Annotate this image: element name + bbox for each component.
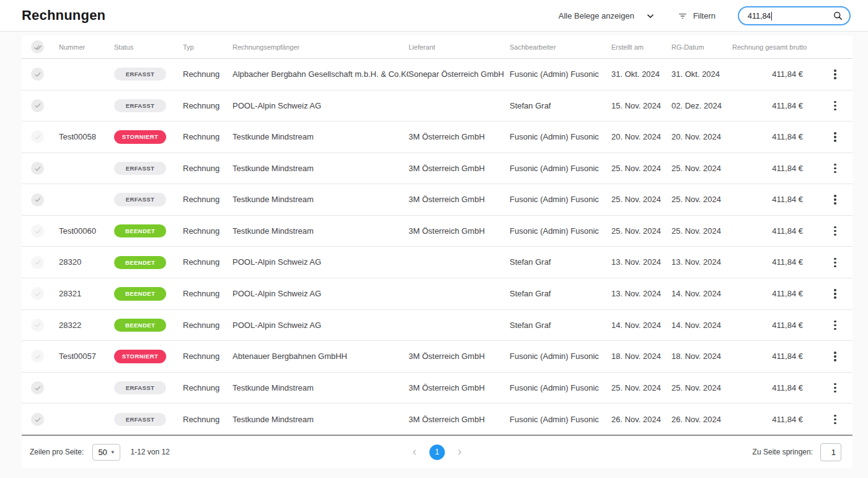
select-all-checkbox[interactable] <box>31 40 44 53</box>
cell-status: ERFASST <box>114 99 183 112</box>
check-icon <box>34 196 42 203</box>
kebab-vertical-icon <box>829 67 841 82</box>
cell-typ: Rechnung <box>183 352 232 361</box>
table-row: Test00057 STORNIERT Rechnung Abtenauer B… <box>22 341 852 373</box>
check-icon <box>34 228 42 235</box>
cell-brutto: 411,84 € <box>732 289 818 299</box>
pagination: 1 <box>410 445 465 460</box>
row-menu-button[interactable] <box>829 255 841 270</box>
check-icon <box>34 321 42 329</box>
cell-sachbearbeiter: Stefan Graf <box>510 289 611 299</box>
table-row: Test00060 BEENDET Rechnung Testkunde Min… <box>22 216 852 247</box>
row-checkbox <box>31 350 44 363</box>
cell-rechnungsempfaenger: Alpbacher Bergbahn Gesellschaft m.b.H. &… <box>232 69 409 79</box>
kebab-vertical-icon <box>829 286 841 301</box>
cell-brutto: 411,84 € <box>732 132 818 142</box>
search-input-value: 411,84 <box>748 12 771 20</box>
cell-brutto: 411,84 € <box>732 321 818 330</box>
column-header-status: Status <box>114 43 183 51</box>
row-checkbox <box>31 256 44 269</box>
cell-sachbearbeiter: Fusonic (Admin) Fusonic <box>510 195 611 205</box>
search-input[interactable]: 411,84 <box>738 6 851 25</box>
cell-brutto: 411,84 € <box>732 101 818 111</box>
row-menu-button[interactable] <box>829 130 841 144</box>
cell-status: BEENDET <box>114 256 183 269</box>
row-menu-button[interactable] <box>829 161 841 176</box>
table-row: ERFASST Rechnung Alpbacher Bergbahn Gese… <box>22 59 852 91</box>
cell-rg-datum: 25. Nov. 2024 <box>671 164 732 174</box>
cell-brutto: 411,84 € <box>732 352 818 361</box>
check-icon <box>34 353 42 360</box>
cell-typ: Rechnung <box>183 101 232 111</box>
kebab-vertical-icon <box>829 192 841 207</box>
kebab-vertical-icon <box>829 224 841 239</box>
cell-rg-datum: 31. Okt. 2024 <box>671 69 732 79</box>
cell-nummer: Test00057 <box>59 352 114 361</box>
cell-erstellt-am: 14. Nov. 2024 <box>611 321 671 330</box>
status-badge: STORNIERT <box>114 350 166 363</box>
row-menu-button[interactable] <box>829 412 841 427</box>
chevron-down-icon <box>645 11 655 21</box>
kebab-vertical-icon <box>829 130 841 144</box>
cell-brutto: 411,84 € <box>732 257 818 267</box>
cell-brutto: 411,84 € <box>732 69 818 79</box>
cell-erstellt-am: 25. Nov. 2024 <box>611 226 671 236</box>
cell-rg-datum: 14. Nov. 2024 <box>671 321 732 330</box>
page-button-1[interactable]: 1 <box>430 445 445 460</box>
row-checkbox <box>31 319 44 332</box>
cell-erstellt-am: 25. Nov. 2024 <box>611 164 671 174</box>
column-header-erstellt-am: Erstellt am <box>611 43 671 51</box>
row-menu-button[interactable] <box>829 349 841 364</box>
cell-typ: Rechnung <box>183 164 232 174</box>
previous-page-button[interactable] <box>410 447 420 458</box>
jump-to-page-input[interactable] <box>820 443 841 461</box>
cell-nummer: Test00060 <box>59 226 114 236</box>
check-icon <box>34 259 42 266</box>
row-menu-button[interactable] <box>829 318 841 333</box>
cell-lieferant: 3M Österreich GmbH <box>409 415 510 425</box>
cell-rg-datum: 13. Nov. 2024 <box>671 257 732 267</box>
cell-rechnungsempfaenger: POOL-Alpin Schweiz AG <box>232 257 409 267</box>
row-checkbox[interactable] <box>31 381 44 394</box>
cell-status: ERFASST <box>114 162 183 175</box>
cell-brutto: 411,84 € <box>732 415 818 425</box>
row-menu-button[interactable] <box>829 381 841 396</box>
row-checkbox[interactable] <box>31 99 44 112</box>
text-caret <box>771 12 772 20</box>
filter-button[interactable]: Filtern <box>678 11 715 21</box>
cell-sachbearbeiter: Fusonic (Admin) Fusonic <box>510 132 611 142</box>
cell-sachbearbeiter: Fusonic (Admin) Fusonic <box>510 69 611 79</box>
row-checkbox[interactable] <box>31 193 44 206</box>
done-all-icon <box>33 43 42 51</box>
row-checkbox <box>31 287 44 300</box>
cell-status: STORNIERT <box>114 350 183 363</box>
cell-rg-datum: 25. Nov. 2024 <box>671 195 732 205</box>
table-header-row: Nummer Status Typ Rechnungsempfänger Lie… <box>22 35 852 59</box>
cell-lieferant: 3M Österreich GmbH <box>409 132 510 142</box>
table-row: 28322 BEENDET Rechnung POOL-Alpin Schwei… <box>22 310 852 342</box>
row-menu-button[interactable] <box>829 224 841 239</box>
kebab-vertical-icon <box>829 318 841 333</box>
table-row: ERFASST Rechnung POOL-Alpin Schweiz AG S… <box>22 91 852 122</box>
table-row: 28320 BEENDET Rechnung POOL-Alpin Schwei… <box>22 247 852 278</box>
row-checkbox[interactable] <box>31 162 44 175</box>
row-menu-button[interactable] <box>829 99 841 113</box>
row-menu-button[interactable] <box>829 192 841 207</box>
caret-down-icon: ▼ <box>110 449 115 455</box>
status-badge: ERFASST <box>114 381 166 394</box>
invoices-page: Rechnungen Alle Belege anzeigen Filtern … <box>0 0 868 478</box>
row-menu-button[interactable] <box>829 67 841 82</box>
magnifier-icon[interactable] <box>833 11 843 21</box>
rows-per-page-select[interactable]: 50 ▼ <box>92 444 120 461</box>
row-checkbox[interactable] <box>31 68 44 81</box>
next-page-button[interactable] <box>454 447 465 458</box>
scope-dropdown[interactable]: Alle Belege anzeigen <box>559 11 655 21</box>
row-menu-button[interactable] <box>829 286 841 301</box>
cell-typ: Rechnung <box>183 69 232 79</box>
row-checkbox[interactable] <box>31 413 44 426</box>
status-badge: ERFASST <box>114 99 166 112</box>
kebab-vertical-icon <box>829 349 841 364</box>
cell-lieferant: 3M Österreich GmbH <box>409 195 510 205</box>
column-header-typ: Typ <box>183 43 232 51</box>
cell-sachbearbeiter: Stefan Graf <box>510 257 611 267</box>
